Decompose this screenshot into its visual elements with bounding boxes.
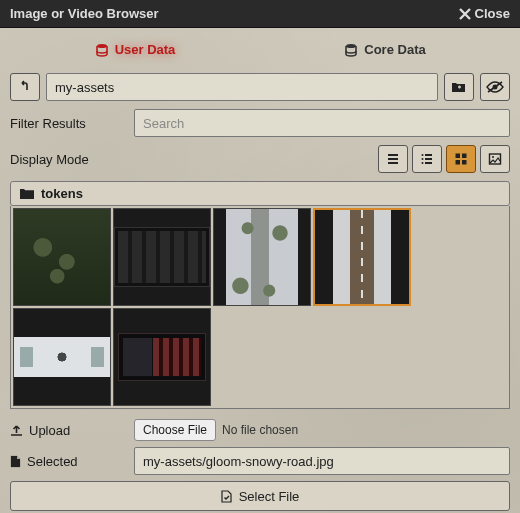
svg-point-0	[97, 44, 107, 48]
level-up-icon	[18, 80, 32, 94]
file-tile[interactable]	[113, 208, 211, 306]
file-tile[interactable]	[113, 308, 211, 406]
source-tabs: User Data Core Data	[10, 36, 510, 63]
choose-file-button[interactable]: Choose File	[134, 419, 216, 441]
filter-label: Filter Results	[10, 116, 128, 131]
folder-icon	[19, 187, 35, 200]
display-row: Display Mode	[10, 145, 510, 173]
file-check-icon	[221, 490, 233, 503]
close-label: Close	[475, 6, 510, 21]
directory-header[interactable]: tokens	[10, 181, 510, 206]
svg-point-4	[422, 154, 424, 156]
selected-row: Selected	[10, 447, 510, 475]
select-file-label: Select File	[239, 489, 300, 504]
view-mode-group	[378, 145, 510, 173]
database-icon	[344, 43, 358, 57]
file-tile[interactable]	[213, 208, 311, 306]
filter-row: Filter Results	[10, 109, 510, 137]
image-icon	[488, 152, 502, 166]
file-tile[interactable]	[13, 208, 111, 306]
svg-rect-9	[456, 160, 461, 165]
select-file-button[interactable]: Select File	[10, 481, 510, 511]
selected-path-input[interactable]	[134, 447, 510, 475]
svg-point-5	[422, 158, 424, 160]
content: User Data Core Data Filter Results	[0, 28, 520, 513]
view-mode-list-button[interactable]	[378, 145, 408, 173]
search-input[interactable]	[134, 109, 510, 137]
svg-point-6	[422, 162, 424, 164]
thumbnail	[333, 210, 391, 304]
svg-point-1	[346, 44, 356, 48]
eye-slash-icon	[486, 80, 504, 94]
close-icon	[459, 8, 471, 20]
file-tile[interactable]	[313, 208, 411, 306]
selected-label: Selected	[10, 454, 128, 469]
path-row	[10, 73, 510, 101]
view-mode-images-button[interactable]	[480, 145, 510, 173]
display-label: Display Mode	[10, 152, 128, 167]
file-icon	[10, 455, 21, 468]
file-chosen-status: No file chosen	[222, 423, 298, 437]
footer: Upload Choose File No file chosen Select…	[10, 419, 510, 511]
privacy-toggle-button[interactable]	[480, 73, 510, 101]
upload-label: Upload	[10, 423, 128, 438]
tab-core-label: Core Data	[364, 42, 425, 57]
thumbnail	[14, 209, 110, 305]
titlebar: Image or Video Browser Close	[0, 0, 520, 28]
path-input[interactable]	[46, 73, 438, 101]
close-button[interactable]: Close	[459, 6, 510, 21]
up-directory-button[interactable]	[10, 73, 40, 101]
th-large-icon	[454, 152, 468, 166]
thumbnail	[226, 209, 298, 305]
file-tile[interactable]	[13, 308, 111, 406]
window-title: Image or Video Browser	[10, 6, 159, 21]
thumbnail	[118, 333, 206, 381]
upload-row: Upload Choose File No file chosen	[10, 419, 510, 441]
view-mode-tiles-button[interactable]	[446, 145, 476, 173]
svg-rect-8	[462, 154, 467, 159]
database-icon	[95, 43, 109, 57]
tab-user-label: User Data	[115, 42, 176, 57]
tab-user-data[interactable]: User Data	[10, 36, 260, 63]
thumbnail	[14, 337, 110, 377]
thumbnail	[114, 227, 210, 287]
folder-plus-icon	[451, 80, 467, 94]
svg-point-12	[492, 156, 494, 158]
bars-icon	[386, 152, 400, 166]
view-mode-details-button[interactable]	[412, 145, 442, 173]
tab-core-data[interactable]: Core Data	[260, 36, 510, 63]
directory-name: tokens	[41, 186, 83, 201]
upload-icon	[10, 424, 23, 437]
tile-grid	[10, 206, 510, 409]
file-chooser: Choose File No file chosen	[134, 419, 510, 441]
svg-rect-7	[456, 154, 461, 159]
new-folder-button[interactable]	[444, 73, 474, 101]
svg-rect-10	[462, 160, 467, 165]
list-icon	[420, 152, 434, 166]
